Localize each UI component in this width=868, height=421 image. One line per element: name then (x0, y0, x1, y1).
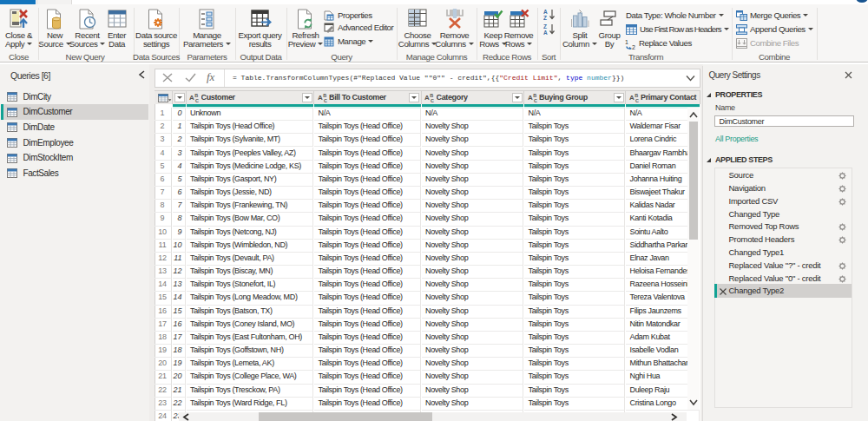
svg-text:A: A (318, 94, 323, 102)
svg-text:C: C (431, 98, 434, 103)
svg-text:A: A (543, 9, 548, 15)
svg-text:A: A (543, 30, 548, 35)
svg-text:A: A (528, 94, 533, 102)
svg-text:1: 1 (625, 39, 628, 45)
svg-text:C: C (195, 98, 199, 103)
svg-text:C: C (635, 98, 639, 103)
svg-text:2: 2 (632, 44, 635, 49)
svg-text:A: A (629, 94, 635, 102)
svg-text:C: C (324, 98, 327, 103)
svg-text:C: C (534, 98, 537, 103)
svg-text:Z: Z (543, 15, 547, 20)
svg-text:A: A (424, 94, 430, 102)
svg-text:A: A (189, 94, 194, 102)
svg-text:Z: Z (543, 23, 547, 30)
